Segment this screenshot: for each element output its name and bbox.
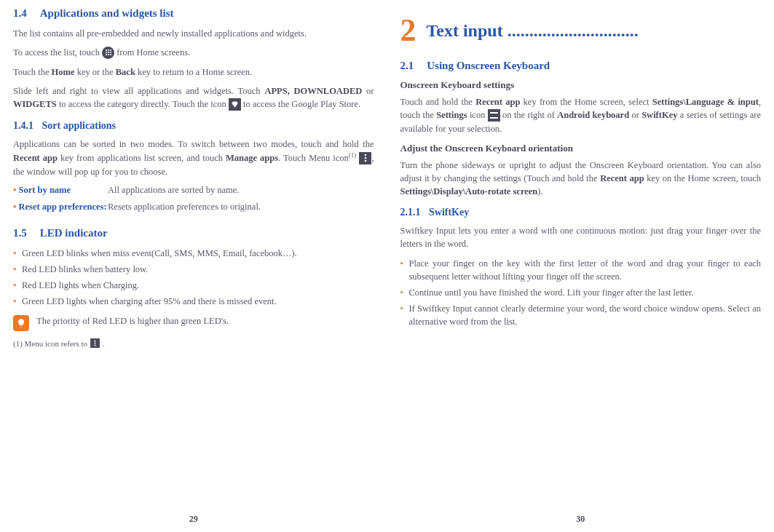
paragraph: Touch and hold the Recent app key from t… — [400, 95, 762, 135]
svg-point-6 — [106, 54, 107, 55]
list-item: Green LED blinks when miss event(Call, S… — [13, 247, 374, 260]
play-store-icon — [229, 98, 241, 111]
page-number: 30 — [400, 514, 762, 525]
heading-num: 2.1.1 — [400, 207, 421, 218]
heading-1-4-1: 1.4.1 Sort applications — [13, 120, 374, 132]
list-item: Red LED lights when Charging. — [13, 279, 374, 292]
list-item: Continue until you have finished the wor… — [400, 286, 762, 299]
heading-1-5: 1.5 LED indicator — [13, 227, 374, 239]
menu-overflow-icon — [90, 338, 100, 348]
subheading-keyboard-settings: Onscreen Keyboard settings — [400, 79, 762, 91]
page-30: 2 Text input ...........................… — [387, 7, 775, 525]
footnote: (1) Menu icon refers to . — [13, 338, 374, 348]
definition-reset-app: Reset app preferences: Resets applicatio… — [13, 201, 374, 214]
note-text: The priority of Red LED is higher than g… — [36, 315, 229, 331]
list-item: If Swiftkey Input cannot clearly determi… — [400, 302, 762, 328]
definition-sort-by-name: Sort by name All applications are sorted… — [13, 184, 374, 197]
paragraph: Turn the phone sideways or upright to ad… — [400, 159, 762, 198]
heading-title: LED indicator — [40, 227, 108, 239]
svg-point-7 — [108, 54, 109, 55]
svg-point-14 — [95, 345, 96, 346]
chapter-header: 2 Text input ...........................… — [400, 15, 762, 47]
swiftkey-list: Place your finger on the key with the fi… — [400, 257, 762, 329]
svg-point-3 — [106, 52, 107, 53]
heading-2-1-1: 2.1.1 SwiftKey — [400, 207, 762, 218]
chapter-number: 2 — [400, 15, 416, 47]
heading-title: Using Onscreen Keyboard — [427, 60, 550, 72]
heading-num: 1.4 — [13, 7, 27, 20]
heading-num: 1.5 — [13, 227, 27, 239]
svg-point-5 — [110, 52, 111, 53]
paragraph: The list contains all pre-embedded and n… — [13, 27, 374, 40]
page-number: 29 — [13, 514, 374, 525]
list-item: Red LED blinks when battery low. — [13, 263, 374, 276]
heading-title: SwiftKey — [429, 207, 469, 218]
settings-sliders-icon — [488, 109, 500, 122]
svg-point-2 — [110, 49, 111, 51]
menu-overflow-icon — [359, 152, 371, 164]
svg-point-10 — [365, 157, 367, 159]
page-29: 1.4 Applications and widgets list The li… — [0, 7, 387, 525]
heading-num: 2.1 — [400, 60, 414, 72]
chapter-title: Text input .............................… — [427, 21, 762, 41]
lightbulb-icon — [13, 315, 29, 331]
heading-num: 1.4.1 — [13, 120, 33, 131]
heading-1-4: 1.4 Applications and widgets list — [13, 7, 374, 20]
svg-point-8 — [110, 54, 111, 55]
definition-label: Sort by name — [13, 184, 108, 197]
paragraph: Applications can be sorted in two modes.… — [13, 138, 374, 178]
svg-point-11 — [365, 160, 367, 162]
paragraph: Swiftkey Input lets you enter a word wit… — [400, 224, 762, 250]
page-content: 2 Text input ...........................… — [400, 7, 762, 508]
svg-point-1 — [108, 49, 109, 51]
svg-point-13 — [95, 343, 96, 344]
heading-title: Applications and widgets list — [40, 7, 174, 20]
page-content: 1.4 Applications and widgets list The li… — [13, 7, 374, 508]
paragraph: Touch the Home key or the Back key to re… — [13, 65, 374, 79]
paragraph: Slide left and right to view all applica… — [13, 84, 374, 111]
list-item: Place your finger on the key with the fi… — [400, 257, 762, 283]
definition-value: Resets application preferences to origin… — [108, 201, 374, 214]
svg-point-0 — [106, 49, 107, 51]
note: The priority of Red LED is higher than g… — [13, 315, 374, 331]
list-item: Green LED lights when charging after 95%… — [13, 295, 374, 308]
paragraph: To access the list, touch from Home scre… — [13, 46, 374, 60]
apps-grid-icon — [102, 47, 114, 59]
svg-point-12 — [95, 341, 96, 342]
subheading-keyboard-orientation: Adjust the Onscreen Keyboard orientation — [400, 143, 762, 154]
svg-point-4 — [108, 52, 109, 53]
definition-label: Reset app preferences: — [13, 201, 108, 214]
heading-title: Sort applications — [42, 120, 117, 131]
led-list: Green LED blinks when miss event(Call, S… — [13, 247, 374, 309]
definition-value: All applications are sorted by name. — [108, 184, 374, 197]
heading-2-1: 2.1 Using Onscreen Keyboard — [400, 60, 762, 72]
svg-point-9 — [365, 154, 367, 156]
